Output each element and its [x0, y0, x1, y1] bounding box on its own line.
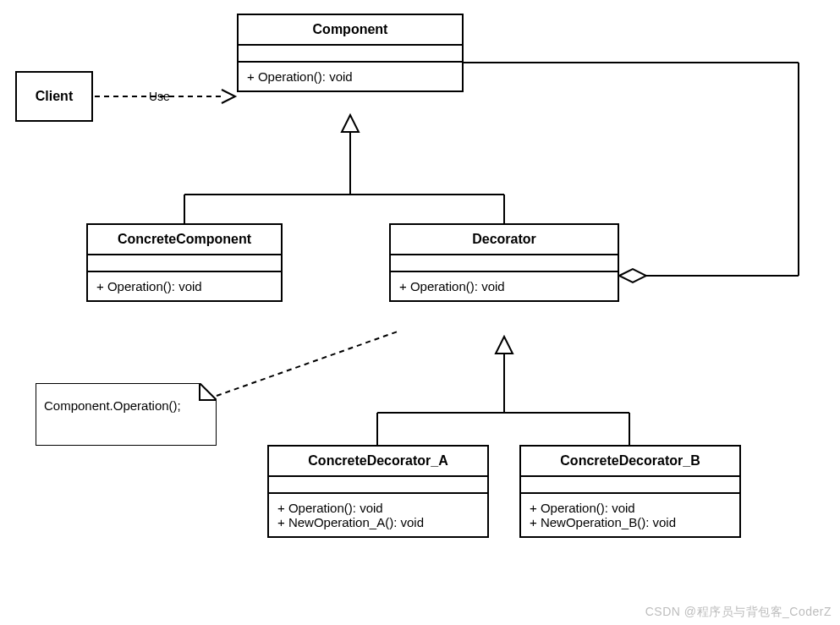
class-concrete-component: ConcreteComponent + Operation(): void — [86, 223, 283, 302]
class-concrete-decorator-a-ops: + Operation(): void + NewOperation_A(): … — [269, 494, 487, 536]
svg-line-11 — [217, 332, 398, 396]
class-decorator: Decorator + Operation(): void — [389, 223, 619, 302]
class-concrete-component-name: ConcreteComponent — [88, 225, 281, 255]
class-component-ops: + Operation(): void — [239, 63, 462, 90]
class-component-name: Component — [239, 15, 462, 46]
class-concrete-decorator-b: ConcreteDecorator_B + Operation(): void … — [519, 445, 741, 538]
class-component-attrs — [239, 46, 462, 63]
class-concrete-decorator-a-name: ConcreteDecorator_A — [269, 447, 487, 477]
op: + Operation(): void — [277, 501, 479, 515]
class-concrete-decorator-a-attrs — [269, 477, 487, 494]
op: + Operation(): void — [247, 69, 453, 84]
op: + Operation(): void — [530, 501, 731, 515]
class-decorator-ops: + Operation(): void — [391, 272, 618, 300]
op: + Operation(): void — [96, 279, 272, 293]
op: + NewOperation_B(): void — [530, 515, 731, 529]
op: + Operation(): void — [399, 279, 609, 293]
class-client: Client — [15, 71, 93, 122]
svg-marker-7 — [619, 269, 646, 282]
class-concrete-decorator-b-name: ConcreteDecorator_B — [521, 447, 739, 477]
watermark: CSDN @程序员与背包客_CoderZ — [645, 605, 832, 620]
class-component: Component + Operation(): void — [237, 14, 464, 92]
uml-note-text: Component.Operation(); — [36, 383, 217, 421]
class-decorator-attrs — [391, 255, 618, 272]
class-concrete-decorator-a: ConcreteDecorator_A + Operation(): void … — [267, 445, 489, 538]
svg-marker-2 — [342, 115, 359, 132]
class-concrete-component-attrs — [88, 255, 281, 272]
uml-canvas: Client Component + Operation(): void Con… — [0, 0, 840, 625]
uml-note: Component.Operation(); — [36, 383, 217, 446]
svg-marker-12 — [496, 337, 513, 354]
relation-use-label: Use — [145, 90, 173, 103]
class-client-name: Client — [36, 89, 73, 104]
class-concrete-decorator-b-attrs — [521, 477, 739, 494]
op: + NewOperation_A(): void — [277, 515, 479, 529]
class-concrete-decorator-b-ops: + Operation(): void + NewOperation_B(): … — [521, 494, 739, 536]
class-decorator-name: Decorator — [391, 225, 618, 255]
class-concrete-component-ops: + Operation(): void — [88, 272, 281, 300]
